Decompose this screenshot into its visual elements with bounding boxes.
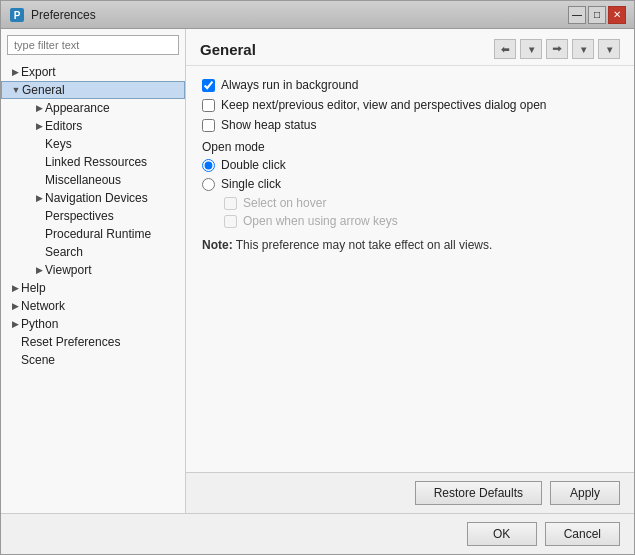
title-bar: P Preferences — □ ✕	[1, 1, 634, 29]
minimize-button[interactable]: —	[568, 6, 586, 24]
show-heap-label: Show heap status	[221, 118, 316, 132]
tree-arrow-perspectives	[33, 210, 45, 222]
tree-arrow-navigation-devices: ▶	[33, 192, 45, 204]
sidebar-item-editors[interactable]: ▶Editors	[1, 117, 185, 135]
open-mode-label: Open mode	[202, 140, 618, 154]
sidebar-item-scene[interactable]: Scene	[1, 351, 185, 369]
tree-label-perspectives: Perspectives	[45, 209, 114, 223]
sidebar-item-network[interactable]: ▶Network	[1, 297, 185, 315]
tree-label-python: Python	[21, 317, 58, 331]
svg-text:P: P	[14, 10, 21, 21]
ok-button[interactable]: OK	[467, 522, 537, 546]
tree-label-navigation-devices: Navigation Devices	[45, 191, 148, 205]
note-bold: Note:	[202, 238, 233, 252]
tree-arrow-search	[33, 246, 45, 258]
sidebar: ▶Export▼General▶Appearance▶EditorsKeysLi…	[1, 29, 186, 513]
panel-body: Always run in background Keep next/previ…	[186, 66, 634, 472]
back-dropdown-icon[interactable]: ▾	[520, 39, 542, 59]
tree-arrow-scene	[9, 354, 21, 366]
restore-defaults-button[interactable]: Restore Defaults	[415, 481, 542, 505]
sidebar-item-appearance[interactable]: ▶Appearance	[1, 99, 185, 117]
tree-label-linked-resources: Linked Ressources	[45, 155, 147, 169]
back-icon[interactable]: ⬅	[494, 39, 516, 59]
sidebar-item-navigation-devices[interactable]: ▶Navigation Devices	[1, 189, 185, 207]
tree-arrow-linked-resources	[33, 156, 45, 168]
panel-title: General	[200, 41, 256, 58]
open-arrow-checkbox[interactable]	[224, 215, 237, 228]
double-click-label: Double click	[221, 158, 286, 172]
keep-next-label: Keep next/previous editor, view and pers…	[221, 98, 547, 112]
tree-arrow-network: ▶	[9, 300, 21, 312]
main-panel: General ⬅ ▾ ⮕ ▾ ▾ Always run in backgrou…	[186, 29, 634, 513]
open-arrow-label: Open when using arrow keys	[243, 214, 398, 228]
tree-arrow-procedural-runtime	[33, 228, 45, 240]
tree-label-editors: Editors	[45, 119, 82, 133]
tree-label-help: Help	[21, 281, 46, 295]
maximize-button[interactable]: □	[588, 6, 606, 24]
tree-arrow-python: ▶	[9, 318, 21, 330]
sidebar-item-python[interactable]: ▶Python	[1, 315, 185, 333]
forward-dropdown-icon[interactable]: ▾	[572, 39, 594, 59]
tree-label-appearance: Appearance	[45, 101, 110, 115]
tree-arrow-viewport: ▶	[33, 264, 45, 276]
window-title: Preferences	[31, 8, 96, 22]
panel-header: General ⬅ ▾ ⮕ ▾ ▾	[186, 29, 634, 66]
single-click-radio[interactable]	[202, 178, 215, 191]
tree-arrow-appearance: ▶	[33, 102, 45, 114]
window-controls: — □ ✕	[568, 6, 626, 24]
single-click-label: Single click	[221, 177, 281, 191]
sidebar-item-export[interactable]: ▶Export	[1, 63, 185, 81]
tree-label-viewport: Viewport	[45, 263, 91, 277]
sidebar-item-general[interactable]: ▼General	[1, 81, 185, 99]
tree-arrow-general: ▼	[10, 84, 22, 96]
header-icons: ⬅ ▾ ⮕ ▾ ▾	[494, 39, 620, 59]
tree-arrow-miscellaneous	[33, 174, 45, 186]
sidebar-item-help[interactable]: ▶Help	[1, 279, 185, 297]
sidebar-item-procedural-runtime[interactable]: Procedural Runtime	[1, 225, 185, 243]
single-click-row: Single click	[202, 177, 618, 191]
panel-footer: Restore Defaults Apply	[186, 472, 634, 513]
tree-label-keys: Keys	[45, 137, 72, 151]
tree: ▶Export▼General▶Appearance▶EditorsKeysLi…	[1, 61, 185, 513]
sidebar-item-linked-resources[interactable]: Linked Ressources	[1, 153, 185, 171]
close-button[interactable]: ✕	[608, 6, 626, 24]
tree-label-general: General	[22, 83, 65, 97]
preferences-window: P Preferences — □ ✕ ▶Export▼General▶Appe…	[0, 0, 635, 555]
select-hover-label: Select on hover	[243, 196, 326, 210]
sidebar-item-reset-preferences[interactable]: Reset Preferences	[1, 333, 185, 351]
select-hover-row: Select on hover	[202, 196, 618, 210]
app-icon: P	[9, 7, 25, 23]
tree-arrow-export: ▶	[9, 66, 21, 78]
note-text: This preference may not take effect on a…	[233, 238, 493, 252]
tree-arrow-help: ▶	[9, 282, 21, 294]
always-run-checkbox[interactable]	[202, 79, 215, 92]
sidebar-item-keys[interactable]: Keys	[1, 135, 185, 153]
sidebar-item-viewport[interactable]: ▶Viewport	[1, 261, 185, 279]
tree-label-miscellaneous: Miscellaneous	[45, 173, 121, 187]
sidebar-item-perspectives[interactable]: Perspectives	[1, 207, 185, 225]
sidebar-item-search[interactable]: Search	[1, 243, 185, 261]
cancel-button[interactable]: Cancel	[545, 522, 620, 546]
show-heap-checkbox[interactable]	[202, 119, 215, 132]
double-click-radio[interactable]	[202, 159, 215, 172]
tree-arrow-reset-preferences	[9, 336, 21, 348]
select-hover-checkbox[interactable]	[224, 197, 237, 210]
dialog-footer: OK Cancel	[1, 513, 634, 554]
double-click-row: Double click	[202, 158, 618, 172]
forward-icon[interactable]: ⮕	[546, 39, 568, 59]
menu-dropdown-icon[interactable]: ▾	[598, 39, 620, 59]
open-arrow-row: Open when using arrow keys	[202, 214, 618, 228]
tree-label-scene: Scene	[21, 353, 55, 367]
sidebar-item-miscellaneous[interactable]: Miscellaneous	[1, 171, 185, 189]
content-area: ▶Export▼General▶Appearance▶EditorsKeysLi…	[1, 29, 634, 513]
tree-label-reset-preferences: Reset Preferences	[21, 335, 120, 349]
filter-input[interactable]	[7, 35, 179, 55]
title-bar-left: P Preferences	[9, 7, 96, 23]
apply-button[interactable]: Apply	[550, 481, 620, 505]
keep-next-checkbox[interactable]	[202, 99, 215, 112]
checkbox-keep-next-row: Keep next/previous editor, view and pers…	[202, 98, 618, 112]
tree-arrow-editors: ▶	[33, 120, 45, 132]
checkbox-show-heap-row: Show heap status	[202, 118, 618, 132]
tree-label-network: Network	[21, 299, 65, 313]
tree-label-search: Search	[45, 245, 83, 259]
